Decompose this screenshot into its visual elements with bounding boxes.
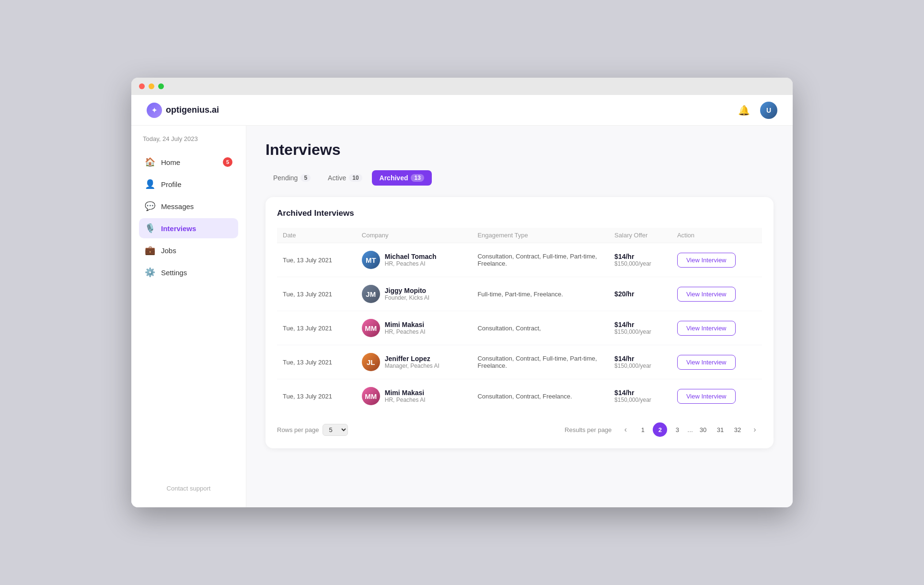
person-name-2: Mimi Makasi (385, 321, 426, 328)
cell-company-0: MT Michael Tomach HR, Peaches AI (356, 243, 472, 277)
cell-company-3: JL Jeniffer Lopez Manager, Peaches AI (356, 345, 472, 379)
home-icon: 🏠 (145, 157, 155, 167)
sidebar-item-home[interactable]: 🏠 Home 5 (139, 152, 238, 172)
cell-salary-2: $14/hr $150,000/year (609, 311, 671, 345)
user-avatar[interactable]: U (760, 102, 777, 119)
page-prev-btn[interactable]: ‹ (618, 422, 633, 437)
person-avatar-0: MT (362, 251, 380, 269)
page-btn-32[interactable]: 32 (730, 422, 745, 437)
cell-salary-0: $14/hr $150,000/year (609, 243, 671, 277)
tab-pending[interactable]: Pending 5 (266, 170, 318, 186)
cell-date-0: Tue, 13 July 2021 (277, 243, 356, 277)
sidebar-item-settings[interactable]: ⚙️ Settings (139, 262, 238, 282)
sidebar: Today, 24 July 2023 🏠 Home 5 👤 Profile 💬… (131, 126, 246, 507)
col-engagement: Engagement Type (472, 228, 609, 243)
app-container: ✦ optigenius.ai 🔔 U Today, 24 July 2023 … (131, 95, 793, 507)
table-row: Tue, 13 July 2021 MM Mimi Makasi HR, Pea… (277, 311, 762, 345)
cell-engagement-3: Consultation, Contract, Full-time, Part-… (472, 345, 609, 379)
tab-pending-count: 5 (300, 174, 311, 182)
col-company: Company (356, 228, 472, 243)
tab-archived-count: 13 (411, 174, 424, 182)
view-interview-btn-3[interactable]: View Interview (677, 355, 736, 370)
view-interview-btn-2[interactable]: View Interview (677, 321, 736, 336)
sidebar-item-label-jobs: Jobs (161, 246, 176, 255)
page-btn-3[interactable]: 3 (670, 422, 684, 437)
page-btn-1[interactable]: 1 (635, 422, 650, 437)
person-role-4: HR, Peaches AI (385, 397, 426, 403)
cell-date-2: Tue, 13 July 2021 (277, 311, 356, 345)
person-role-3: Manager, Peaches AI (385, 363, 439, 369)
page-btn-31[interactable]: 31 (713, 422, 728, 437)
logo-icon: ✦ (147, 103, 162, 118)
table-header-row: Date Company Engagement Type Salary Offe… (277, 228, 762, 243)
col-date: Date (277, 228, 356, 243)
sidebar-item-profile[interactable]: 👤 Profile (139, 174, 238, 194)
person-avatar-3: JL (362, 353, 380, 371)
interviews-icon: 🎙️ (145, 223, 155, 234)
rows-per-page-select[interactable]: 5 10 20 (323, 424, 348, 436)
tabs-container: Pending 5 Active 10 Archived 13 (266, 170, 774, 186)
sidebar-item-jobs[interactable]: 💼 Jobs (139, 240, 238, 260)
cell-action-1: View Interview (671, 277, 762, 311)
contact-support[interactable]: Contact support (139, 479, 238, 498)
page-next-btn[interactable]: › (748, 422, 762, 437)
view-interview-btn-0[interactable]: View Interview (677, 253, 736, 268)
cell-company-2: MM Mimi Makasi HR, Peaches AI (356, 311, 472, 345)
dot-red[interactable] (139, 83, 145, 89)
tab-pending-label: Pending (273, 174, 298, 182)
top-bar: ✦ optigenius.ai 🔔 U (131, 95, 793, 126)
dot-yellow[interactable] (149, 83, 154, 89)
sidebar-item-label-settings: Settings (161, 269, 187, 277)
tab-active[interactable]: Active 10 (320, 170, 370, 186)
page-btn-30[interactable]: 30 (696, 422, 710, 437)
sidebar-item-label-interviews: Interviews (161, 224, 196, 233)
person-name-1: Jiggy Mopito (385, 287, 429, 294)
table-row: Tue, 13 July 2021 MT Michael Tomach HR, … (277, 243, 762, 277)
page-btn-2[interactable]: 2 (653, 422, 667, 437)
sidebar-item-messages[interactable]: 💬 Messages (139, 196, 238, 216)
sidebar-item-interviews[interactable]: 🎙️ Interviews (139, 218, 238, 238)
page-ellipsis: ... (687, 426, 693, 433)
bell-icon[interactable]: 🔔 (735, 102, 752, 119)
person-name-4: Mimi Makasi (385, 389, 426, 397)
tab-active-label: Active (328, 174, 346, 182)
view-interview-btn-1[interactable]: View Interview (677, 287, 736, 302)
table-card: Archived Interviews Date Company Engagem… (266, 197, 774, 448)
table-footer: Rows per page 5 10 20 Results per page ‹… (277, 415, 762, 437)
interviews-table: Date Company Engagement Type Salary Offe… (277, 228, 762, 413)
logo-text: optigenius.ai (166, 105, 219, 115)
rows-per-page: Rows per page 5 10 20 (277, 424, 348, 436)
sidebar-item-label-home: Home (161, 158, 180, 166)
cell-company-4: MM Mimi Makasi HR, Peaches AI (356, 379, 472, 413)
results-label: Results per page (565, 426, 612, 433)
cell-date-3: Tue, 13 July 2021 (277, 345, 356, 379)
main-layout: Today, 24 July 2023 🏠 Home 5 👤 Profile 💬… (131, 126, 793, 507)
cell-action-2: View Interview (671, 311, 762, 345)
settings-icon: ⚙️ (145, 267, 155, 278)
person-role-0: HR, Peaches AI (385, 260, 437, 267)
person-avatar-4: MM (362, 387, 380, 405)
cell-salary-1: $20/hr (609, 277, 671, 311)
main-content: Interviews Pending 5 Active 10 Archived … (246, 126, 793, 507)
logo: ✦ optigenius.ai (147, 103, 219, 118)
tab-archived[interactable]: Archived 13 (372, 170, 432, 186)
cell-action-0: View Interview (671, 243, 762, 277)
cell-engagement-1: Full-time, Part-time, Freelance. (472, 277, 609, 311)
person-avatar-2: MM (362, 319, 380, 337)
dot-green[interactable] (158, 83, 164, 89)
table-heading: Archived Interviews (277, 209, 762, 218)
cell-company-1: JM Jiggy Mopito Founder, Kicks AI (356, 277, 472, 311)
profile-icon: 👤 (145, 179, 155, 189)
sidebar-item-label-profile: Profile (161, 180, 182, 188)
cell-salary-4: $14/hr $150,000/year (609, 379, 671, 413)
cell-salary-3: $14/hr $150,000/year (609, 345, 671, 379)
cell-date-4: Tue, 13 July 2021 (277, 379, 356, 413)
view-interview-btn-4[interactable]: View Interview (677, 389, 736, 404)
page-title: Interviews (266, 141, 774, 159)
person-name-0: Michael Tomach (385, 253, 437, 260)
table-row: Tue, 13 July 2021 MM Mimi Makasi HR, Pea… (277, 379, 762, 413)
top-bar-right: 🔔 U (735, 102, 777, 119)
table-row: Tue, 13 July 2021 JL Jeniffer Lopez Mana… (277, 345, 762, 379)
date-label: Today, 24 July 2023 (139, 135, 238, 142)
cell-action-4: View Interview (671, 379, 762, 413)
